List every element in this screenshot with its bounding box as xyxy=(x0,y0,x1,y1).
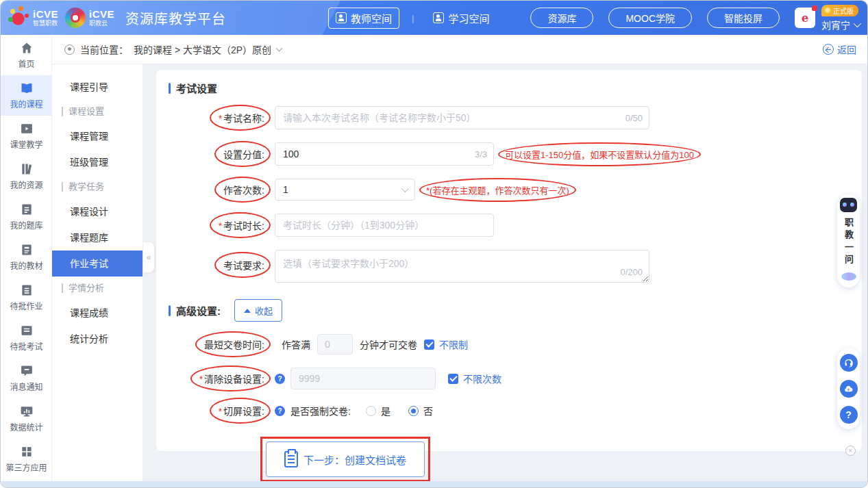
submenu-item-course-design[interactable]: 课程设计 xyxy=(52,198,142,224)
sidebar-item-messages[interactable]: 消息通知 xyxy=(1,358,52,398)
download-button[interactable] xyxy=(840,380,858,398)
submenu-item-stats-analysis[interactable]: 统计分析 xyxy=(52,326,142,352)
sidebar-item-textbook[interactable]: 我的教材 xyxy=(1,237,52,277)
submenu-section-learning-analysis: 学情分析 xyxy=(52,277,142,300)
submenu-section-course-settings: 课程设置 xyxy=(52,100,142,123)
customer-service-button[interactable] xyxy=(840,354,858,372)
assistant-widget[interactable]: 职教一问 xyxy=(837,194,860,287)
document-clipboard-icon xyxy=(284,451,298,467)
teacher-space-button[interactable]: 教师空间 xyxy=(328,8,399,29)
medal-icon xyxy=(824,7,831,14)
collapse-advanced-button[interactable]: 收起 xyxy=(234,299,282,322)
classroom-icon xyxy=(20,122,34,136)
submenu-item-class-mgmt[interactable]: 班级管理 xyxy=(52,149,142,175)
messages-icon xyxy=(20,364,34,378)
data-stats-icon xyxy=(20,404,34,418)
device-clear-label: 清除设备设置: xyxy=(204,374,264,385)
submenu-item-course-bank[interactable]: 课程题库 xyxy=(52,224,142,251)
sidebar-item-my-courses[interactable]: 我的课程 xyxy=(1,75,52,116)
pending-exam-icon xyxy=(20,324,34,337)
submenu-section-teaching-tasks: 教学任务 xyxy=(52,175,142,198)
help-icon[interactable]: ? xyxy=(275,406,285,416)
gradient-blob-icon xyxy=(841,272,856,281)
annotation-ellipse: 考试要求: xyxy=(223,257,264,273)
attempts-select[interactable]: 1 xyxy=(275,179,415,201)
help-icon[interactable]: ? xyxy=(275,374,285,384)
attempts-label: 作答次数: xyxy=(223,185,264,196)
chevron-down-icon[interactable] xyxy=(276,44,283,51)
attempts-note: *(若存在主观题，作答次数只有一次) xyxy=(425,181,571,198)
min-submit-suffix: 分钟才可交卷 xyxy=(360,337,417,351)
score-note: 可以设置1-150分值，如果不设置默认分值为100 xyxy=(504,146,695,163)
annotation-ellipse: *考试名称: xyxy=(219,110,264,126)
user-menu[interactable]: e 正式版 刘宵宁 xyxy=(795,5,859,31)
sidebar-item-home[interactable]: 首页 xyxy=(1,35,52,75)
radio-yes-label[interactable]: 是 xyxy=(381,404,390,418)
teacher-icon xyxy=(336,12,347,23)
headset-icon xyxy=(843,358,854,368)
sidebar-item-question-bank[interactable]: 我的题库 xyxy=(1,196,52,237)
help-button[interactable]: ? xyxy=(840,406,858,424)
radio-no-label[interactable]: 否 xyxy=(423,404,433,418)
annotation-ellipse: 最短交卷时间: xyxy=(204,336,264,352)
unlimited-times-checkbox[interactable] xyxy=(448,374,458,384)
exam-name-input[interactable] xyxy=(275,106,649,129)
pending-homework-icon xyxy=(20,283,34,297)
sidebar-item-pending-homework[interactable]: 待批作业 xyxy=(1,277,52,318)
avatar[interactable]: e xyxy=(795,8,815,28)
breadcrumb-bar: 当前位置： 我的课程 > 大学语文（2P）原创 返回 xyxy=(52,35,868,64)
robot-icon xyxy=(840,198,857,212)
sidebar-collapse-handle[interactable]: « xyxy=(143,242,155,273)
submenu-item-course-mgmt[interactable]: 课程管理 xyxy=(52,123,142,149)
icve-zhihuizhijiao-logo: iCVE 智慧职教 xyxy=(9,8,58,28)
mooc-college-button[interactable]: MOOC学院 xyxy=(608,8,692,28)
submenu-item-homework-exam[interactable]: 作业考试 xyxy=(52,251,142,277)
device-clear-row: *清除设备设置: ? 不限次数 xyxy=(169,368,862,389)
requirement-textarea[interactable] xyxy=(275,250,649,283)
back-button[interactable]: 返回 xyxy=(823,42,856,56)
score-label: 设置分值: xyxy=(223,149,264,160)
attempts-row: 作答次数: 1 *(若存在主观题，作答次数只有一次) xyxy=(169,179,862,201)
platform-title: 资源库教学平台 xyxy=(125,8,226,28)
header-nav: 教师空间 | 学习空间 xyxy=(328,1,496,35)
smart-cast-button[interactable]: 智能投屏 xyxy=(707,8,780,28)
section-title: 考试设置 xyxy=(169,81,862,95)
nav-divider: | xyxy=(412,13,414,23)
triangle-up-icon xyxy=(244,309,251,313)
header-brand: iCVE 智慧职教 iCVE 职教云 资源库教学平台 xyxy=(9,1,226,35)
sidebar-item-third-party[interactable]: 第三方应用 xyxy=(1,439,52,479)
sidebar-item-classroom[interactable]: 课堂教学 xyxy=(1,116,52,156)
score-input[interactable] xyxy=(275,142,494,166)
sidebar-item-my-resources[interactable]: 我的资源 xyxy=(1,156,52,196)
no-limit-label[interactable]: 不限制 xyxy=(439,337,468,351)
breadcrumb-prefix: 当前位置： xyxy=(80,42,128,56)
min-submit-row: 最短交卷时间: 作答满 分钟才可交卷 不限制 xyxy=(169,334,862,355)
submenu-item-course-grades[interactable]: 课程成绩 xyxy=(52,300,142,326)
submenu-item-course-guide[interactable]: 课程引导 xyxy=(52,74,142,100)
unlimited-times-label[interactable]: 不限次数 xyxy=(463,372,501,385)
advanced-settings-header: 高级设置: 收起 xyxy=(169,299,862,322)
no-limit-checkbox[interactable] xyxy=(424,339,434,350)
min-submit-prefix: 作答满 xyxy=(282,337,310,351)
assistant-label: 职教一问 xyxy=(842,218,855,267)
zhijiaoyun-logo-icon xyxy=(65,8,86,28)
breadcrumb-path[interactable]: 我的课程 > 大学语文（2P）原创 xyxy=(134,42,271,56)
back-arrow-icon xyxy=(823,44,834,55)
my-resources-icon xyxy=(20,162,34,176)
radio-no[interactable] xyxy=(408,406,419,416)
logo-name: iCVE xyxy=(89,9,114,19)
close-icon[interactable]: × xyxy=(845,446,856,456)
next-create-paper-button[interactable]: 下一步：创建文档试卷 xyxy=(266,441,425,477)
sidebar-item-data-stats[interactable]: 数据统计 xyxy=(1,398,52,439)
version-badge: 正式版 xyxy=(821,5,858,16)
cloud-download-icon xyxy=(843,384,854,394)
duration-label: 考试时长: xyxy=(223,220,264,231)
exam-name-row: *考试名称: 0/50 xyxy=(169,106,862,129)
third-party-icon xyxy=(20,445,34,459)
app-window: iCVE 智慧职教 iCVE 职教云 资源库教学平台 教师空间 | 学习 xyxy=(0,0,868,488)
radio-yes[interactable] xyxy=(366,406,376,416)
resource-library-button[interactable]: 资源库 xyxy=(530,8,593,28)
duration-input[interactable] xyxy=(275,214,494,237)
learning-space-button[interactable]: 学习空间 xyxy=(426,8,496,28)
sidebar-item-pending-exam[interactable]: 待批考试 xyxy=(1,318,52,358)
